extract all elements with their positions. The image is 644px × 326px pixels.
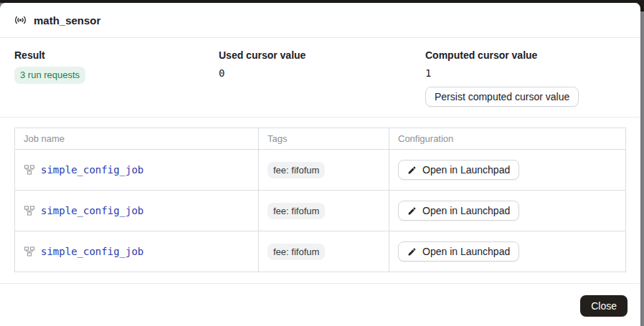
evaluation-summary: Result 3 run requests Used cursor value … xyxy=(0,38,640,117)
used-cursor-section: Used cursor value 0 xyxy=(219,49,425,107)
job-name-link[interactable]: simple_config_job xyxy=(41,246,143,257)
tag-pill: fee: fifofum xyxy=(267,203,325,219)
run-requests-badge: 3 run requests xyxy=(14,67,85,84)
column-header-configuration: Configuration xyxy=(389,128,626,150)
page-title: math_sensor xyxy=(34,14,100,27)
sensor-evaluation-modal: math_sensor Result 3 run requests Used c… xyxy=(0,3,640,326)
job-name-link[interactable]: simple_config_job xyxy=(41,205,143,216)
computed-cursor-value: 1 xyxy=(425,67,626,80)
open-in-launchpad-button[interactable]: Open in Launchpad xyxy=(398,201,519,221)
close-button[interactable]: Close xyxy=(580,295,628,317)
run-requests-table-section: Job name Tags Configuration xyxy=(0,118,640,272)
edit-pencil-icon xyxy=(407,206,417,216)
table-row: simple_config_job fee: fifofum Open in L… xyxy=(15,231,626,272)
computed-cursor-label: Computed cursor value xyxy=(425,49,626,61)
job-graph-icon xyxy=(24,205,35,216)
column-header-job-name: Job name xyxy=(15,128,259,150)
edit-pencil-icon xyxy=(407,166,417,175)
edit-pencil-icon xyxy=(407,247,417,257)
job-graph-icon xyxy=(24,246,35,257)
tag-pill: fee: fifofum xyxy=(267,244,325,260)
modal-footer: Close xyxy=(0,284,640,326)
result-section: Result 3 run requests xyxy=(14,49,219,107)
result-label: Result xyxy=(14,49,219,61)
used-cursor-value: 0 xyxy=(219,67,425,80)
job-name-link[interactable]: simple_config_job xyxy=(41,164,143,176)
used-cursor-label: Used cursor value xyxy=(219,49,425,61)
job-graph-icon xyxy=(24,164,35,176)
modal-header: math_sensor xyxy=(0,3,640,38)
table-header-row: Job name Tags Configuration xyxy=(15,128,626,150)
table-row: simple_config_job fee: fifofum Open in L… xyxy=(15,191,626,231)
table-row: simple_config_job fee: fifofum Open in L… xyxy=(15,150,626,191)
column-header-tags: Tags xyxy=(259,128,389,150)
persist-cursor-button[interactable]: Persist computed cursor value xyxy=(425,87,579,107)
run-requests-table: Job name Tags Configuration xyxy=(14,128,626,272)
sensor-signal-icon xyxy=(14,15,27,25)
computed-cursor-section: Computed cursor value 1 Persist computed… xyxy=(425,49,626,107)
open-in-launchpad-button[interactable]: Open in Launchpad xyxy=(398,241,519,262)
tag-pill: fee: fifofum xyxy=(267,162,325,178)
open-in-launchpad-button[interactable]: Open in Launchpad xyxy=(398,160,519,180)
